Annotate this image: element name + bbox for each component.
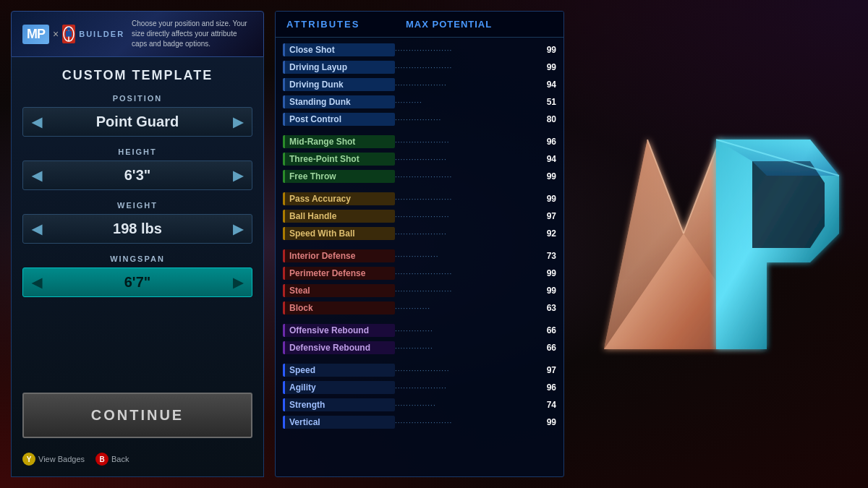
attr-value: 66 [538,343,556,353]
attr-value: 66 [538,325,556,335]
attributes-panel: ATTRIBUTES MAX POTENTIAL Close Shot·····… [275,11,564,477]
attr-item: Free Throw·····················99 [276,168,563,185]
attr-item-name: Free Throw [283,170,395,183]
attr-item: Post Control·················80 [276,111,563,128]
attr-item: Pass Accuracy·····················99 [276,190,563,207]
attr-dots: ················· [395,116,534,124]
back-label: Back [111,455,129,463]
attr-item-name: Driving Layup [283,61,395,74]
attr-value: 99 [538,171,556,181]
header-box: MP × BUILDER Choose your position and si… [11,11,264,57]
attr-value: 99 [538,417,556,427]
attr-item-name: Three-Point Shot [283,153,395,166]
attr-bar-area: ·····················99 [395,194,556,204]
attr-item: Interior Defense················73 [276,247,563,265]
attr-value: 96 [538,137,556,147]
attr-dots: ····················· [395,64,534,72]
attr-item: Strength···············74 [276,396,563,414]
back-hint: B Back [95,453,129,466]
attr-value: 73 [538,251,556,261]
position-selector[interactable]: ◀ Point Guard ▶ [22,107,252,137]
view-badges-label: View Badges [38,455,85,463]
attr-bar-area: ···················94 [395,80,556,90]
attr-item-name: Post Control [283,113,395,126]
attr-item: Perimeter Defense·····················99 [276,265,563,282]
attr-bar-area: ·····················99 [395,417,556,427]
wingspan-value: 6'7" [42,274,233,291]
attr-value: 99 [538,268,556,278]
attr-value: 99 [538,286,556,296]
height-label: HEIGHT [22,147,252,156]
attr-bar-area: ·····················99 [395,45,556,55]
attr-item: Mid-Range Shot····················96 [276,133,563,150]
attr-dots: ·········· [395,98,534,106]
height-left-arrow[interactable]: ◀ [32,168,42,184]
attr-item-name: Speed With Ball [283,227,395,240]
attr-dots: ··················· [395,81,534,89]
attr-item: Agility···················96 [276,379,563,396]
attr-item-name: Ball Handle [283,210,395,223]
attr-bar-area: ·····················99 [395,171,556,181]
attr-group-spacer [276,242,563,245]
wingspan-left-arrow[interactable]: ◀ [32,275,42,291]
attr-dots: ····················· [395,173,534,181]
attr-group-defense: Interior Defense················73Perime… [276,247,563,320]
wingspan-selector[interactable]: ◀ 6'7" ▶ [22,267,252,297]
weight-value: 198 lbs [42,221,233,237]
attr-item: Speed With Ball···················92 [276,225,563,242]
position-right-arrow[interactable]: ▶ [233,114,243,130]
attr-value: 99 [538,45,556,55]
attr-dots: ···················· [395,138,534,146]
attr-item: Driving Layup·····················99 [276,59,563,76]
attr-dots: ····················· [395,195,534,203]
height-right-arrow[interactable]: ▶ [233,168,243,184]
attr-group-shooting: Mid-Range Shot····················96Thre… [276,133,563,188]
attr-item: Vertical·····················99 [276,414,563,431]
main-content: MP × BUILDER Choose your position and si… [0,0,868,488]
attr-group-spacer [276,185,563,188]
attr-group-spacer [276,356,563,359]
builder-label: BUILDER [79,30,124,38]
attr-item-name: Pass Accuracy [283,192,395,205]
attr-dots: ··················· [395,230,534,238]
b-button: B [95,453,109,466]
attr-item-name: Offensive Rebound [283,324,395,337]
attr-group-rebound: Offensive Rebound··············66Defensi… [276,322,563,359]
position-left-arrow[interactable]: ◀ [32,114,42,130]
attr-item-name: Vertical [283,416,395,429]
attr-bar-area: ···············74 [395,400,556,410]
height-selector[interactable]: ◀ 6'3" ▶ [22,160,252,190]
attributes-header-label: ATTRIBUTES [286,19,406,30]
attr-dots: ··············· [395,401,534,409]
attr-bar-area: ·····················99 [395,268,556,278]
attr-item-name: Block [283,301,395,314]
attr-dots: ···················· [395,367,534,374]
weight-right-arrow[interactable]: ▶ [233,221,243,237]
mp-logo-svg [590,118,864,385]
attributes-list: Close Shot·····················99Driving… [276,38,563,476]
wingspan-label: WINGSPAN [22,254,252,263]
attr-group-finishing: Close Shot·····················99Driving… [276,41,563,131]
logo-area: MP × BUILDER [22,25,124,44]
attr-dots: ·············· [395,344,534,352]
weight-left-arrow[interactable]: ◀ [32,221,42,237]
weight-selector[interactable]: ◀ 198 lbs ▶ [22,214,252,244]
attr-group-spacer [276,431,563,434]
attr-item-name: Defensive Rebound [283,341,395,354]
attr-item-name: Standing Dunk [283,95,395,108]
weight-label: WEIGHT [22,201,252,210]
continue-button[interactable]: CONTINUE [22,393,252,438]
attr-dots: ··················· [395,384,534,392]
attr-item: Driving Dunk···················94 [276,76,563,93]
attributes-header: ATTRIBUTES MAX POTENTIAL [276,12,563,38]
attr-bar-area: ·············63 [395,303,556,313]
attr-dots: ·············· [395,327,534,335]
wingspan-right-arrow[interactable]: ▶ [233,275,243,291]
cross-symbol: × [53,28,59,40]
attr-group-spacer [276,317,563,320]
right-panel [575,11,857,477]
attr-item: Three-Point Shot···················94 [276,150,563,168]
mp-logo: MP [22,25,49,44]
position-label: POSITION [22,94,252,103]
attr-dots: ············· [395,304,534,312]
